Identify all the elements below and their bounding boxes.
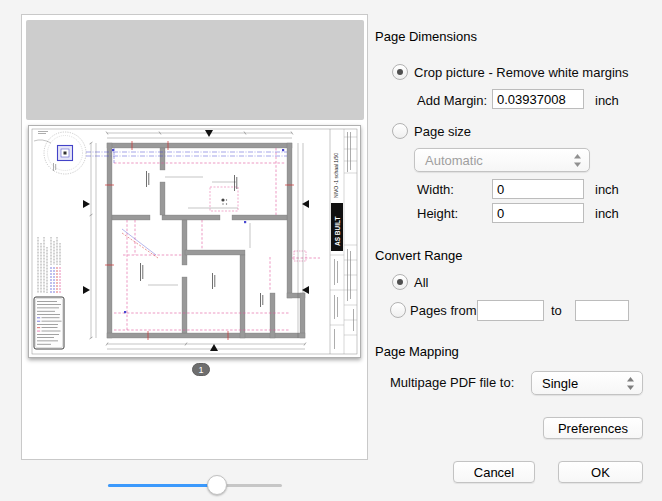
preview-placeholder (26, 20, 364, 120)
page-mapping-heading: Page Mapping (375, 344, 459, 360)
height-unit: inch (595, 206, 619, 222)
width-input[interactable] (492, 179, 584, 199)
preview-panel: NIVO -1 schaal 1/50 AS BUILT (21, 14, 368, 460)
multipage-value: Single (542, 375, 578, 392)
page-size-label: Page size (414, 124, 471, 140)
height-input[interactable] (492, 203, 584, 223)
add-margin-unit: inch (595, 93, 619, 109)
width-unit: inch (595, 182, 619, 198)
pages-to-label: to (551, 303, 562, 319)
height-label: Height: (417, 206, 458, 222)
pdf-page-thumbnail[interactable]: NIVO -1 schaal 1/50 AS BUILT (28, 125, 361, 358)
page-number-badge: 1 (192, 363, 210, 376)
add-margin-input[interactable] (492, 89, 584, 109)
chevron-up-down-icon (573, 153, 582, 168)
multipage-dropdown[interactable]: Single (531, 371, 643, 395)
floor-plan-drawing: NIVO -1 schaal 1/50 AS BUILT (28, 125, 361, 358)
page-size-preset-value: Automatic (425, 152, 483, 169)
page-size-preset-dropdown[interactable]: Automatic (414, 148, 590, 172)
as-built-stamp-text: AS BUILT (334, 216, 341, 246)
ok-button[interactable]: OK (558, 461, 643, 483)
convert-all-radio[interactable] (392, 274, 408, 290)
multipage-label: Multipage PDF file to: (390, 375, 514, 391)
add-margin-label: Add Margin: (417, 93, 487, 109)
drawing-title-text: NIVO -1 schaal 1/50 (333, 153, 339, 198)
width-label: Width: (417, 182, 454, 198)
crop-picture-label: Crop picture - Remove white margins (414, 65, 629, 81)
pages-from-label: Pages from: (410, 303, 480, 319)
convert-all-label: All (414, 275, 428, 291)
page-size-radio[interactable] (392, 123, 408, 139)
page-dimensions-heading: Page Dimensions (375, 29, 477, 45)
zoom-slider-track[interactable] (108, 484, 282, 487)
pages-from-radio[interactable] (390, 302, 406, 318)
pages-from-input[interactable] (477, 300, 544, 321)
cancel-button[interactable]: Cancel (453, 461, 535, 483)
preferences-button[interactable]: Preferences (543, 417, 643, 439)
zoom-slider-fill (108, 484, 218, 487)
crop-picture-radio[interactable] (392, 64, 408, 80)
converter-dialog: NIVO -1 schaal 1/50 AS BUILT (0, 0, 662, 501)
convert-range-heading: Convert Range (375, 248, 462, 264)
zoom-slider-thumb[interactable] (207, 475, 227, 495)
chevron-up-down-icon (626, 376, 635, 391)
pages-to-input[interactable] (575, 300, 629, 321)
